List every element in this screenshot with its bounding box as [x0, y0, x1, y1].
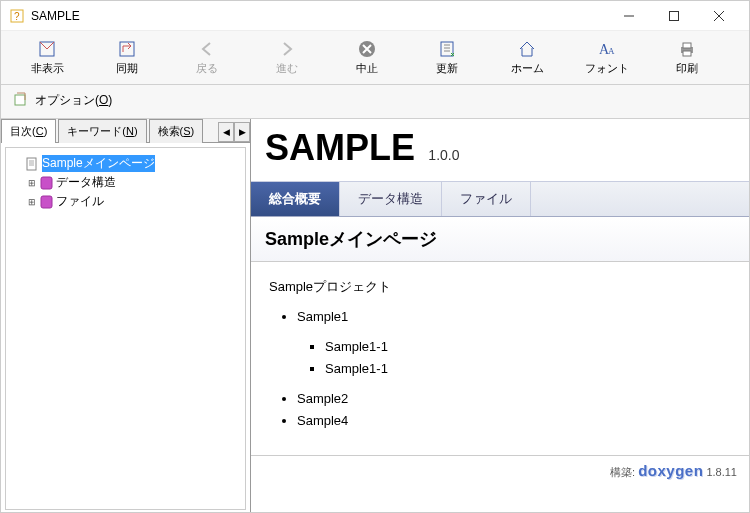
svg-rect-13: [683, 43, 691, 48]
home-icon: [517, 39, 537, 59]
home-button[interactable]: ホーム: [487, 35, 567, 80]
refresh-button[interactable]: 更新: [407, 35, 487, 80]
svg-text:A: A: [608, 46, 615, 56]
titlebar: ? SAMPLE: [1, 1, 749, 31]
stop-icon: [357, 39, 377, 59]
sidebar: 目次(C)キーワード(N)検索(S)◀▶ Sampleメインページ⊞データ構造⊞…: [1, 119, 251, 513]
svg-rect-15: [15, 95, 25, 105]
forward-button: 進む: [247, 35, 327, 80]
back-button: 戻る: [167, 35, 247, 80]
svg-text:?: ?: [14, 11, 20, 22]
svg-rect-16: [27, 158, 36, 170]
tree-item[interactable]: ⊞ファイル: [12, 192, 239, 211]
list-item: Sample2: [297, 388, 731, 410]
expand-icon[interactable]: ⊞: [26, 178, 38, 188]
expand-icon[interactable]: ⊞: [26, 197, 38, 207]
list-item: Sample4: [297, 410, 731, 432]
print-button[interactable]: 印刷: [647, 35, 727, 80]
doc-header: SAMPLE 1.0.0: [251, 119, 749, 169]
close-button[interactable]: [696, 2, 741, 30]
list-item: Sample1-1: [325, 358, 731, 380]
doc-version: 1.0.0: [428, 147, 459, 163]
sync-button[interactable]: 同期: [87, 35, 167, 80]
tree-item[interactable]: Sampleメインページ: [12, 154, 239, 173]
page-body: Sampleプロジェクト Sample1Sample1-1Sample1-1Sa…: [251, 262, 749, 455]
maximize-button[interactable]: [651, 2, 696, 30]
app-icon: ?: [9, 8, 25, 24]
book-icon: [38, 176, 54, 190]
hide-button[interactable]: 非表示: [7, 35, 87, 80]
window-title: SAMPLE: [31, 9, 606, 23]
hide-icon: [37, 39, 57, 59]
doc-tabs: 総合概要データ構造ファイル: [251, 181, 749, 217]
book-icon: [38, 195, 54, 209]
toolbar-secondary: オプション(O): [1, 85, 749, 119]
nav-tab[interactable]: キーワード(N): [58, 119, 146, 143]
doc-tab[interactable]: ファイル: [442, 182, 531, 216]
nav-tabs: 目次(C)キーワード(N)検索(S)◀▶: [1, 119, 250, 143]
print-icon: [677, 39, 697, 59]
tree-item[interactable]: ⊞データ構造: [12, 173, 239, 192]
nav-scroll-left[interactable]: ◀: [218, 122, 234, 142]
minimize-button[interactable]: [606, 2, 651, 30]
list-item: Sample1Sample1-1Sample1-1: [297, 306, 731, 380]
forward-icon: [277, 39, 297, 59]
intro-text: Sampleプロジェクト: [269, 276, 731, 298]
stop-button[interactable]: 中止: [327, 35, 407, 80]
options-icon: [13, 90, 31, 111]
page-title: Sampleメインページ: [251, 217, 749, 262]
svg-rect-7: [120, 42, 134, 56]
refresh-icon: [437, 39, 457, 59]
font-button[interactable]: AAフォント: [567, 35, 647, 80]
item-list: Sample1Sample1-1Sample1-1Sample2Sample4: [269, 306, 731, 432]
toc-tree[interactable]: Sampleメインページ⊞データ構造⊞ファイル: [5, 147, 246, 510]
nav-tab[interactable]: 検索(S): [149, 119, 204, 143]
doxygen-logo[interactable]: doxygen: [638, 462, 703, 479]
toolbar: 非表示同期戻る進む中止更新ホームAAフォント印刷: [1, 31, 749, 85]
sync-icon: [117, 39, 137, 59]
nav-scroll-right[interactable]: ▶: [234, 122, 250, 142]
doc-title: SAMPLE: [265, 127, 415, 169]
doc-tab[interactable]: 総合概要: [251, 182, 340, 216]
nav-tab[interactable]: 目次(C): [1, 119, 56, 143]
doc-tab[interactable]: データ構造: [340, 182, 442, 216]
svg-rect-3: [669, 11, 678, 20]
doc-footer: 構築: doxygen 1.8.11: [251, 455, 749, 486]
font-icon: AA: [597, 39, 617, 59]
list-item: Sample1-1: [325, 336, 731, 358]
svg-rect-14: [683, 51, 691, 56]
content-pane: SAMPLE 1.0.0 総合概要データ構造ファイル Sampleメインページ …: [251, 119, 749, 513]
page-icon: [24, 157, 40, 171]
options-button[interactable]: オプション(O): [7, 87, 118, 114]
back-icon: [197, 39, 217, 59]
